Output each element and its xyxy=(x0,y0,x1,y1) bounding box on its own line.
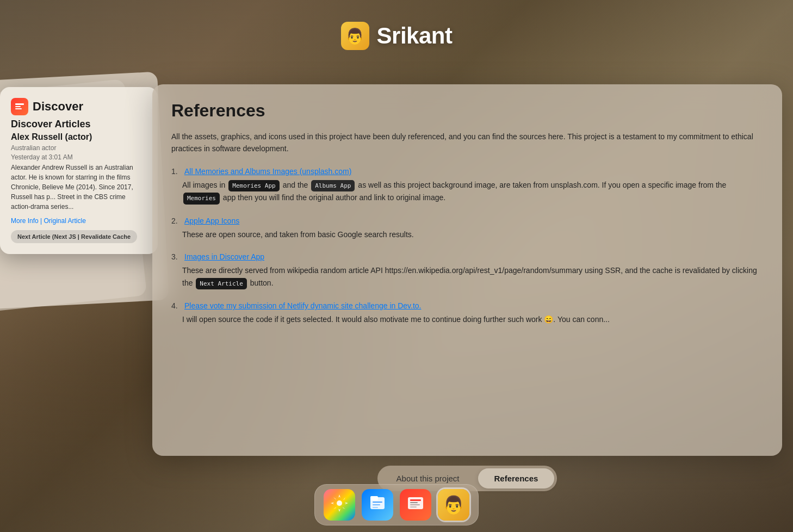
references-title: References xyxy=(171,101,763,121)
files-icon xyxy=(368,494,387,516)
ref-desc-4: I will open source the code if it gets s… xyxy=(171,313,763,325)
ref-item-1-header: 1. All Memories and Albums Images (unspl… xyxy=(171,167,763,176)
next-article-badge: Next Article xyxy=(196,278,246,290)
svg-rect-7 xyxy=(373,504,380,505)
profile-icon: 👨 xyxy=(443,494,464,515)
svg-rect-13 xyxy=(410,506,417,508)
ref-item-3-header: 3. Images in Discover App xyxy=(171,252,763,261)
ref-number-3: 3. xyxy=(171,252,182,261)
ref-number-1: 1. xyxy=(171,167,182,176)
next-article-button[interactable]: Next Article (Next JS | Revalidate Cache xyxy=(11,230,137,243)
svg-rect-8 xyxy=(373,507,378,508)
original-article-link[interactable]: Original Article xyxy=(44,217,86,225)
more-info-link[interactable]: More Info xyxy=(11,217,39,225)
ref-item-1: 1. All Memories and Albums Images (unspl… xyxy=(171,167,763,205)
header: 👨 Srikant xyxy=(0,22,793,50)
albums-app-badge: Albums App xyxy=(311,180,355,192)
sidebar-meta1: Australian actor xyxy=(11,144,147,152)
svg-rect-12 xyxy=(410,504,420,505)
news-icon xyxy=(11,98,28,115)
sidebar-header: Discover xyxy=(11,98,147,115)
ref-item-2: 2. Apple App Icons These are open source… xyxy=(171,216,763,240)
svg-rect-2 xyxy=(15,108,22,109)
svg-point-3 xyxy=(337,500,342,506)
dock-container: 👨 xyxy=(314,484,479,525)
svg-rect-6 xyxy=(373,502,382,503)
dock-files-app[interactable] xyxy=(362,489,393,521)
ref-number-4: 4. xyxy=(171,301,182,310)
sidebar-body: Alexander Andrew Russell is an Australia… xyxy=(11,163,147,212)
ref-link-4[interactable]: Please vote my submission of Netlify dyn… xyxy=(184,301,422,310)
ref-link-1[interactable]: All Memories and Albums Images (unsplash… xyxy=(184,167,351,176)
ref-item-2-header: 2. Apple App Icons xyxy=(171,216,763,225)
svg-rect-11 xyxy=(410,502,418,503)
photos-icon xyxy=(330,493,349,517)
ref-item-4: 4. Please vote my submission of Netlify … xyxy=(171,301,763,325)
sidebar-meta2: Yesterday at 3:01 AM xyxy=(11,153,147,161)
sidebar-section-title: Discover Articles xyxy=(11,119,147,130)
discover-icon xyxy=(406,494,425,516)
ref-link-3[interactable]: Images in Discover App xyxy=(184,252,264,261)
sidebar-app-name: Discover xyxy=(33,100,83,114)
svg-rect-5 xyxy=(370,496,378,500)
ref-link-2[interactable]: Apple App Icons xyxy=(184,216,239,225)
sidebar-card: Discover Discover Articles Alex Russell … xyxy=(0,87,158,254)
dock-news-app[interactable] xyxy=(400,489,431,521)
ref-desc-3: These are directly served from wikipedia… xyxy=(171,264,763,289)
dock: 👨 xyxy=(0,484,793,525)
sidebar-links[interactable]: More Info | Original Article xyxy=(11,217,147,225)
ref-number-2: 2. xyxy=(171,216,182,225)
page-title: Srikant xyxy=(377,23,453,49)
avatar-icon: 👨 xyxy=(341,22,369,50)
ref-item-3: 3. Images in Discover App These are dire… xyxy=(171,252,763,289)
references-intro: All the assets, graphics, and icons used… xyxy=(171,131,763,155)
memories-app-badge: Memories App xyxy=(228,180,279,192)
ref-item-4-header: 4. Please vote my submission of Netlify … xyxy=(171,301,763,310)
svg-rect-0 xyxy=(15,103,24,105)
dock-photos-app[interactable] xyxy=(324,489,355,521)
ref-desc-2: These are open source, and taken from ba… xyxy=(171,228,763,240)
svg-rect-1 xyxy=(15,106,21,107)
sidebar-article-name: Alex Russell (actor) xyxy=(11,132,147,142)
svg-rect-10 xyxy=(410,499,421,501)
references-list: 1. All Memories and Albums Images (unspl… xyxy=(171,167,763,326)
main-card: References All the assets, graphics, and… xyxy=(152,84,782,456)
dock-profile-app[interactable]: 👨 xyxy=(438,489,469,521)
avatar-face: 👨 xyxy=(341,22,369,50)
ref-desc-1: All images in Memories App and the Album… xyxy=(171,179,763,205)
memories-badge: Memories xyxy=(183,193,220,205)
